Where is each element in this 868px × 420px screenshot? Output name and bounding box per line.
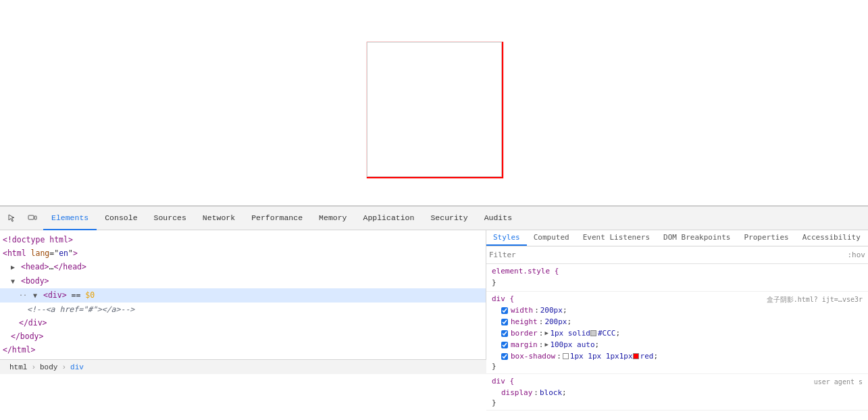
rule-close-element: } [492,277,863,288]
demo-box [367,42,502,177]
prop-checkbox-margin[interactable] [501,342,508,348]
devtools-tab-bar: Elements Console Sources Network Perform… [0,207,868,230]
rule-selector-div-agent: div { [492,377,514,386]
elements-panel[interactable]: <!doctype html> <html lang="en"> ▶ <head… [0,230,486,359]
subtab-accessibility[interactable]: Accessibility [796,230,867,246]
html-line-html[interactable]: <html lang="en"> [0,246,486,260]
subtab-computed[interactable]: Computed [527,230,576,246]
rule-source-div[interactable]: 盒子阴影.html? ijt=…vse3r [767,295,863,305]
tab-performance[interactable]: Performance [243,207,311,230]
tab-audits[interactable]: Audits [476,207,520,230]
svg-rect-0 [28,215,34,219]
inspect-icon[interactable] [3,209,22,228]
breadcrumb-html[interactable]: html [5,362,31,373]
devtools-panel: Elements Console Sources Network Perform… [0,206,868,420]
styles-subtabs: Styles Computed Event Listeners DOM Brea… [486,230,868,246]
styles-filter-input[interactable] [489,251,848,259]
html-line-close-html[interactable]: </html> [0,343,486,357]
rule-close-div: } [492,362,863,371]
tab-security[interactable]: Security [422,207,476,230]
rule-source-agent[interactable]: user agent s [814,378,863,386]
subtab-dom-breakpoints[interactable]: DOM Breakpoints [657,230,737,246]
rule-prop-width: width : 200px ; [492,305,863,316]
html-line-comment[interactable]: <!--<a href="#"></a>--> [0,303,486,316]
devtools-main: <!doctype html> <html lang="en"> ▶ <head… [0,230,868,420]
rule-div-agent: div { user agent s display : block ; } [486,374,868,411]
tab-console[interactable]: Console [97,207,145,230]
rule-selector-div: div { [492,294,514,303]
color-swatch-box-shadow[interactable] [633,353,639,359]
tab-application[interactable]: Application [355,207,423,230]
html-line-div-selected[interactable]: ·· ▼ <div> == $0 [0,288,486,303]
html-line-head[interactable]: ▶ <head>…</head> [0,260,486,274]
breadcrumb-div[interactable]: div [66,362,88,373]
subtab-styles[interactable]: Styles [486,230,527,246]
shadow-swatch-box[interactable] [563,353,569,359]
rule-prop-display: display : block ; [492,387,863,398]
styles-panel: Styles Computed Event Listeners DOM Brea… [486,230,868,420]
subtab-properties[interactable]: Properties [737,230,795,246]
rule-prop-margin: margin : ▶ 100px auto ; [492,339,863,350]
prop-checkbox-width[interactable] [501,307,508,314]
svg-rect-1 [34,216,36,219]
rule-element-style: element.style { } [486,264,868,292]
browser-preview [0,0,868,206]
tab-elements[interactable]: Elements [43,207,97,230]
subtab-event-listeners[interactable]: Event Listeners [576,230,657,246]
rule-prop-height: height : 200px ; [492,316,863,327]
tab-sources[interactable]: Sources [146,207,195,230]
rule-prop-box-shadow: box-shadow : 1px 1px 1px 1px red ; [492,350,863,362]
tab-network[interactable]: Network [195,207,243,230]
rule-prop-border: border : ▶ 1px solid #CCC ; [492,327,863,339]
html-line-close-body[interactable]: </body> [0,330,486,343]
elements-column: <!doctype html> <html lang="en"> ▶ <head… [0,230,486,420]
html-line-doctype[interactable]: <!doctype html> [0,233,486,246]
tab-memory[interactable]: Memory [311,207,355,230]
breadcrumb: html › body › div [0,359,486,374]
device-icon[interactable] [23,209,42,228]
filter-hov-button[interactable]: :hov [848,251,866,259]
rule-div: div { 盒子阴影.html? ijt=…vse3r width : 200p… [486,292,868,374]
html-line-close-div[interactable]: </div> [0,316,486,330]
breadcrumb-body[interactable]: body [36,362,61,373]
color-swatch-border[interactable] [590,330,596,336]
prop-checkbox-border[interactable] [501,330,508,337]
prop-checkbox-box-shadow[interactable] [501,353,508,360]
styles-filter-bar: :hov [486,246,868,264]
prop-checkbox-height[interactable] [501,319,508,325]
rule-close-div-agent: } [492,398,863,407]
html-line-body[interactable]: ▼ <body> [0,274,486,288]
rule-selector-element: element.style { [492,267,863,275]
